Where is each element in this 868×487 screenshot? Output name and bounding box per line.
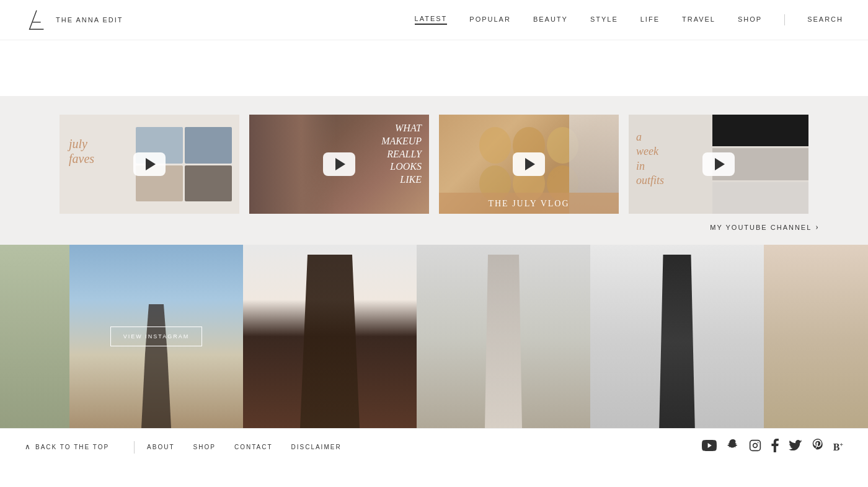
nav-divider (784, 14, 785, 25)
card2-container: WHAT MAKEUP REALLY LOOKS LIKE (249, 115, 429, 214)
instagram-view-overlay[interactable]: VIEW INSTAGRAM (69, 245, 243, 428)
svg-rect-0 (750, 441, 760, 451)
footer-contact[interactable]: CONTACT (234, 444, 273, 450)
instagram-photo-beach[interactable]: VIEW INSTAGRAM (69, 245, 243, 428)
video-card-july-vlog[interactable]: THE JULY VLOG (439, 115, 619, 214)
svg-point-2 (757, 442, 758, 444)
play-button-2[interactable] (323, 152, 355, 176)
nav-popular[interactable]: POPULAR (469, 15, 511, 24)
youtube-section: JULY FAVES WHAT MAKEUP (0, 96, 868, 245)
play-button-4[interactable] (702, 152, 735, 176)
nav-shop[interactable]: SHOP (738, 15, 762, 24)
footer-social: B+ (702, 439, 843, 455)
footer-shop[interactable]: SHOP (193, 444, 216, 450)
nav-latest[interactable]: LATEST (415, 15, 448, 25)
video-card-week-outfits[interactable]: A WEEK IN OUTFITS (629, 115, 808, 214)
back-to-top-label: BACK TO THE TOP (35, 444, 109, 450)
twitter-icon[interactable] (789, 440, 802, 454)
site-logo (25, 8, 48, 32)
nav-travel[interactable]: TRAVEL (682, 15, 715, 24)
card3-container: THE JULY VLOG (439, 115, 619, 214)
bloglovin-icon[interactable]: B+ (833, 441, 843, 453)
video-card-makeup[interactable]: WHAT MAKEUP REALLY LOOKS LIKE (249, 115, 429, 214)
back-to-top[interactable]: ∧ BACK TO THE TOP (25, 442, 109, 452)
youtube-grid: JULY FAVES WHAT MAKEUP (50, 115, 818, 214)
play-button-1[interactable] (133, 152, 166, 176)
logo-area: THE ANNA EDIT (25, 8, 123, 32)
chevron-right-icon: › (815, 222, 818, 232)
instagram-photo-black-outfit[interactable] (590, 245, 764, 428)
footer: ∧ BACK TO THE TOP ABOUT SHOP CONTACT DIS… (0, 428, 868, 465)
nav-beauty[interactable]: BEAUTY (533, 15, 568, 24)
footer-divider (134, 441, 135, 454)
card1-title: JULY FAVES (69, 136, 94, 166)
youtube-link-label: MY YOUTUBE CHANNEL (710, 224, 812, 231)
view-instagram-button[interactable]: VIEW INSTAGRAM (110, 327, 202, 346)
card2-title: WHAT MAKEUP REALLY LOOKS LIKE (381, 122, 422, 186)
footer-nav: ABOUT SHOP CONTACT DISCLAIMER (147, 444, 702, 450)
nav-life[interactable]: LIFE (640, 15, 660, 24)
pinterest-icon[interactable] (812, 439, 823, 455)
top-space (0, 40, 868, 96)
instagram-photo-cooking[interactable] (764, 245, 868, 428)
play-button-3[interactable] (513, 152, 545, 176)
nav-style[interactable]: STYLE (590, 15, 618, 24)
facebook-icon[interactable] (771, 439, 779, 455)
header: THE ANNA EDIT LATEST POPULAR BEAUTY STYL… (0, 0, 868, 40)
instagram-icon[interactable] (749, 439, 761, 455)
site-name: THE ANNA EDIT (56, 16, 123, 24)
instagram-photo-kitchen[interactable] (243, 245, 417, 428)
up-arrow-icon: ∧ (25, 442, 30, 452)
youtube-icon[interactable] (702, 440, 717, 454)
instagram-section: VIEW INSTAGRAM (0, 245, 868, 428)
card4-title: A WEEK IN OUTFITS (636, 130, 664, 188)
footer-about[interactable]: ABOUT (147, 444, 174, 450)
main-nav: LATEST POPULAR BEAUTY STYLE LIFE TRAVEL … (415, 14, 843, 25)
card3-title: THE JULY VLOG (488, 199, 569, 208)
instagram-photo-standing[interactable] (417, 245, 590, 428)
snapchat-icon[interactable] (727, 439, 739, 455)
instagram-photo-0[interactable] (0, 245, 69, 428)
card3-overlay: THE JULY VLOG (439, 193, 619, 214)
youtube-channel-link[interactable]: MY YOUTUBE CHANNEL › (50, 222, 818, 232)
footer-disclaimer[interactable]: DISCLAIMER (291, 444, 342, 450)
svg-point-1 (753, 444, 757, 448)
nav-search[interactable]: SEARCH (807, 15, 843, 24)
video-card-july-faves[interactable]: JULY FAVES (60, 115, 239, 214)
